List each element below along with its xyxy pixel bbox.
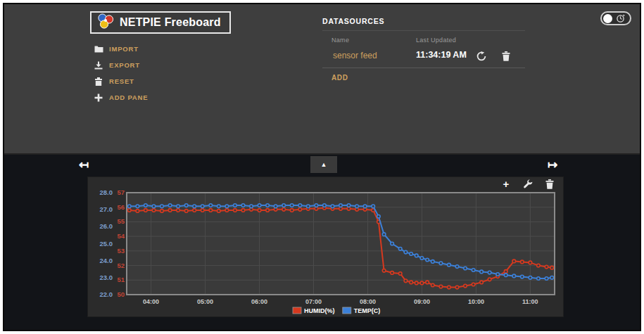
pane-toolbar: + [501,179,555,189]
menu-item-reset[interactable]: RESET [94,77,148,86]
svg-text:23.0: 23.0 [100,274,113,281]
datasources-divider [322,68,525,68]
datasource-last-updated: 11:34:19 AM [416,50,467,60]
main-menu: IMPORT EXPORT RESET [94,44,148,102]
datasources-column-headers: Name Last Updated [322,37,525,45]
screenshot-frame: NETPIE Freeboard IMPORT EXPORT [0,0,644,334]
folder-icon [94,44,103,53]
menu-item-export[interactable]: EXPORT [94,60,148,70]
svg-text:27.0: 27.0 [100,205,113,213]
menu-item-label: ADD PANE [109,94,148,101]
svg-text:06:00: 06:00 [251,298,267,305]
column-last-updated: Last Updated [416,37,456,44]
chevron-up-icon: ▲ [321,162,327,168]
add-widget-icon[interactable]: + [501,179,511,189]
svg-text:28.0: 28.0 [100,188,113,196]
app-window: NETPIE Freeboard IMPORT EXPORT [3,3,641,331]
delete-datasource-icon[interactable] [500,51,511,61]
refresh-icon[interactable] [476,51,486,61]
column-name: Name [332,37,349,44]
plus-icon [94,93,103,102]
menu-item-label: RESET [109,77,134,85]
svg-text:57: 57 [117,188,125,196]
add-datasource-button[interactable]: ADD [322,74,351,82]
datasources-title: DATASOURCES [322,17,525,31]
svg-text:10:00: 10:00 [468,298,484,305]
menu-item-label: IMPORT [109,45,139,53]
svg-text:50: 50 [117,290,125,298]
expand-right-button[interactable]: ↦ [548,159,557,171]
svg-text:HUMID(%): HUMID(%) [304,307,335,314]
board: ↤ ▲ ↦ + 22.023.024.025.026.027.028.05051… [4,156,640,331]
menu-item-import[interactable]: IMPORT [94,44,148,53]
svg-text:04:00: 04:00 [143,298,159,305]
netpie-logo[interactable]: NETPIE Freeboard [90,11,231,34]
clock-icon [616,14,625,23]
svg-text:11:00: 11:00 [522,298,538,305]
menu-item-add-pane[interactable]: ADD PANE [94,93,148,102]
svg-text:05:00: 05:00 [197,298,213,305]
svg-text:55: 55 [117,217,125,225]
netpie-flower-icon [97,13,114,32]
svg-text:09:00: 09:00 [414,298,430,305]
datasources-panel: DATASOURCES Name Last Updated sensor fee… [322,17,525,82]
menu-item-label: EXPORT [109,61,140,69]
svg-text:54: 54 [117,232,125,240]
collapse-header-button[interactable]: ▲ [310,156,337,173]
wrench-icon[interactable] [523,179,533,189]
svg-text:24.0: 24.0 [100,257,113,264]
line-chart: 22.023.024.025.026.027.028.0505152535455… [89,186,560,315]
delete-pane-icon[interactable] [545,179,555,189]
expand-left-button[interactable]: ↤ [79,159,89,171]
reset-icon [94,77,103,86]
svg-text:52: 52 [117,262,125,269]
datasource-row: sensor feed 11:34:19 AM [322,49,525,63]
svg-text:53: 53 [117,247,125,255]
svg-text:56: 56 [117,203,125,211]
svg-text:07:00: 07:00 [305,298,322,305]
chart-pane: + 22.023.024.025.026.027.028.05051525354… [88,177,563,316]
datasource-name-link[interactable]: sensor feed [333,51,377,60]
svg-text:08:00: 08:00 [360,298,376,305]
chart-widget: 22.023.024.025.026.027.028.0505152535455… [89,186,560,318]
header: NETPIE Freeboard IMPORT EXPORT [4,4,640,155]
svg-text:22.0: 22.0 [100,290,113,298]
svg-text:26.0: 26.0 [100,222,113,230]
logo-text: NETPIE Freeboard [120,16,221,29]
svg-text:51: 51 [117,276,125,283]
toggle-knob [603,14,612,23]
svg-text:TEMP(C): TEMP(C) [354,307,381,314]
download-icon [94,60,103,70]
mode-toggle[interactable] [600,11,631,25]
svg-text:25.0: 25.0 [100,240,113,248]
